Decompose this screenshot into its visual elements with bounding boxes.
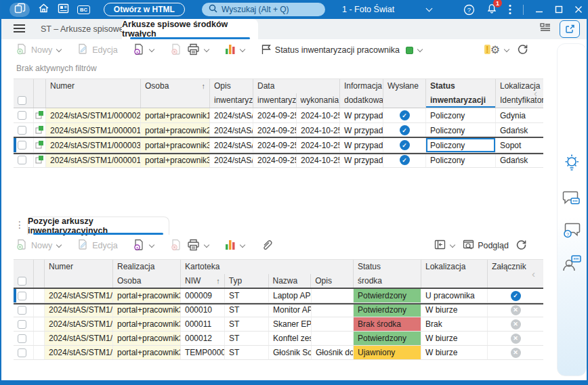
- chevron-down-icon[interactable]: [450, 242, 455, 248]
- chevron-down-icon[interactable]: [149, 47, 154, 52]
- chevron-down-icon[interactable]: [149, 242, 154, 248]
- column-header-realizacja[interactable]: RealizacjaOsoba: [113, 260, 181, 288]
- document-info-button[interactable]: [133, 239, 155, 253]
- panel-left-icon: [434, 240, 446, 252]
- dock-panel-button[interactable]: [434, 240, 456, 252]
- column-header-status[interactable]: Statusinwentaryzacji: [426, 79, 496, 108]
- attachment-none-icon[interactable]: [511, 319, 521, 330]
- row-checkbox[interactable]: [18, 141, 26, 150]
- news-button[interactable]: [58, 3, 69, 16]
- select-all-checkbox[interactable]: [18, 96, 26, 105]
- column-header-lokalizacja[interactable]: Lokalizacja: [421, 260, 488, 288]
- sheets-table-header: Numer Osoba Opisinwentaryzacji Data inwe…: [14, 78, 543, 108]
- table-row[interactable]: 2024/stAS/STM1/ portal+pracownik3 000010…: [14, 303, 543, 317]
- notifications-button[interactable]: 1: [486, 3, 497, 16]
- analysis-button[interactable]: [225, 240, 246, 252]
- row-checkbox[interactable]: [18, 292, 26, 300]
- column-header-informacja[interactable]: Informacjadodatkowa: [340, 79, 383, 108]
- edit-button[interactable]: Edycja: [77, 43, 118, 57]
- help-chat-button[interactable]: ?: [562, 222, 581, 243]
- apps-button[interactable]: [9, 3, 30, 17]
- table-row[interactable]: 2024/stAS/STM1/ portal+pracownik3 TEMP00…: [14, 346, 543, 360]
- employee-status-button[interactable]: Status inwentaryzacji pracownika: [261, 44, 423, 57]
- document-info-icon: [133, 239, 145, 253]
- refresh-button[interactable]: [516, 239, 527, 252]
- row-checkbox[interactable]: [18, 306, 26, 315]
- hamburger-menu-icon[interactable]: [14, 24, 25, 32]
- open-in-html-button[interactable]: Otwórz w HTML: [104, 3, 185, 16]
- row-checkbox[interactable]: [18, 320, 26, 329]
- row-checkbox[interactable]: [18, 111, 26, 120]
- bc-button[interactable]: BC: [77, 5, 90, 14]
- table-row[interactable]: 2024/stAS/STM1/ portal+pracownik3 000011…: [14, 317, 543, 332]
- global-search-input[interactable]: Wyszukaj (Alt + Q): [202, 3, 325, 16]
- table-row-selected[interactable]: 2024/stAS/STM1/ portal+pracownik3 000009…: [14, 289, 543, 303]
- share-button[interactable]: [560, 20, 580, 38]
- chevron-down-icon[interactable]: [204, 47, 209, 52]
- maximize-button[interactable]: [555, 5, 563, 14]
- document-info-button[interactable]: [133, 43, 155, 58]
- edit-document-icon: [77, 239, 89, 252]
- delete-document-button[interactable]: [170, 239, 182, 253]
- attachment-none-icon[interactable]: [511, 334, 521, 344]
- attachments-button[interactable]: [261, 239, 273, 253]
- column-group-kartoteka[interactable]: Kartoteka NIW Typ Nazwa Opis: [181, 260, 354, 288]
- row-checkbox[interactable]: [18, 156, 26, 164]
- status-badge: Potwierdzony: [354, 303, 421, 317]
- chevron-down-icon[interactable]: [56, 242, 62, 248]
- table-row[interactable]: 2024/stAS/STM1/ portal+pracownik3 000012…: [14, 332, 543, 346]
- print-button[interactable]: [187, 239, 210, 253]
- chevron-down-icon[interactable]: [240, 47, 245, 52]
- panel-list-icon[interactable]: [539, 22, 551, 36]
- row-checkbox[interactable]: [18, 126, 26, 135]
- tab-menu[interactable]: ST – Arkusze spisowe: [41, 19, 124, 39]
- attachment-none-icon[interactable]: [511, 348, 521, 358]
- tab-active-sheets[interactable]: Arkusze spisowe środków trwałych: [122, 19, 258, 39]
- chat-button[interactable]: [562, 190, 581, 210]
- preview-button[interactable]: Podgląd: [463, 240, 509, 252]
- minimize-button[interactable]: [535, 5, 543, 14]
- row-checkbox[interactable]: [18, 334, 26, 343]
- print-button[interactable]: [187, 43, 210, 58]
- select-all-checkbox[interactable]: [18, 277, 26, 286]
- close-button[interactable]: [574, 5, 583, 14]
- attachment-none-icon[interactable]: [511, 305, 521, 315]
- delete-document-button[interactable]: [170, 43, 182, 58]
- column-header-osoba[interactable]: Osoba: [141, 79, 210, 108]
- new-button[interactable]: Nowy: [16, 239, 62, 252]
- kebab-menu-button[interactable]: [509, 4, 511, 15]
- column-header-numer[interactable]: Numer: [46, 79, 141, 108]
- company-selector[interactable]: 1 - Foto Świat: [342, 5, 394, 14]
- refresh-button[interactable]: [517, 43, 528, 57]
- new-button[interactable]: Nowy: [16, 43, 62, 57]
- edit-button[interactable]: Edycja: [77, 239, 118, 252]
- table-row[interactable]: 2024/stAS/STM1/000001 portal+pracownik2 …: [14, 123, 543, 138]
- help-button[interactable]: ?: [463, 4, 475, 16]
- table-row-selected[interactable]: 2024/stAS/STM1/000003 portal+pracownik3 …: [14, 138, 543, 153]
- chevron-down-icon[interactable]: [240, 242, 245, 248]
- table-row[interactable]: 2024/stAS/STM1/000001 portal+pracownik3 …: [14, 153, 543, 168]
- column-group-data[interactable]: Data inwentaryzacji wykonania: [253, 79, 340, 108]
- panel-drag-handle[interactable]: [15, 219, 24, 230]
- table-row[interactable]: 2024/stAS/STM1/000002 portal+pracownik1 …: [14, 108, 543, 123]
- idea-button[interactable]: [563, 154, 581, 175]
- column-header-numer[interactable]: Numer: [45, 260, 113, 288]
- attachment-check-icon[interactable]: [511, 291, 521, 301]
- chevron-down-icon[interactable]: [56, 47, 62, 52]
- settings-warning-button[interactable]: !: [484, 45, 510, 55]
- collapse-columns-icon[interactable]: ‹: [532, 268, 535, 279]
- chevron-down-icon[interactable]: [504, 47, 509, 52]
- chevron-down-icon[interactable]: [417, 47, 423, 52]
- row-checkbox[interactable]: [18, 348, 26, 357]
- chevron-down-icon[interactable]: [204, 242, 209, 248]
- community-chat-button[interactable]: [562, 254, 582, 275]
- collapse-columns-icon[interactable]: ‹: [534, 87, 537, 99]
- column-header-opis[interactable]: Opisinwentaryzacji: [210, 79, 253, 108]
- home-button[interactable]: [38, 3, 49, 16]
- analysis-button[interactable]: [225, 44, 246, 57]
- column-header-status[interactable]: Statusśrodka: [354, 260, 421, 288]
- chevron-down-icon[interactable]: [426, 5, 433, 12]
- tab-positions[interactable]: Pozycje arkuszy inwentaryzacyjnych: [27, 217, 169, 235]
- column-header-wyslane[interactable]: Wysłane: [383, 79, 426, 108]
- printer-icon: [187, 239, 200, 253]
